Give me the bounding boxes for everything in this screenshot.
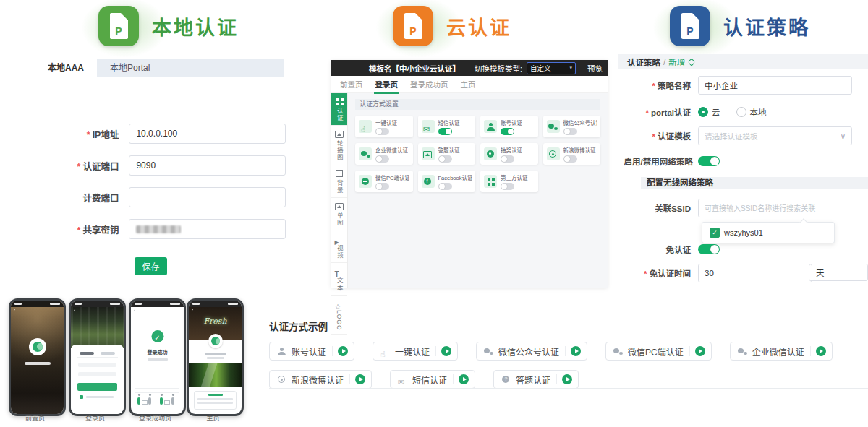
template-type-select[interactable]: 自定义 ▾ [527,62,576,74]
auth-method-icon-tile [359,175,372,188]
editor-tab[interactable]: 主页 [461,79,476,90]
illustration-line [135,388,179,389]
cloud-auth-title: 云认证 [446,12,511,40]
cloud-auth-header: P 云认证 [393,6,511,46]
editor-sidebar-item[interactable]: 视频 [331,230,347,263]
breadcrumb-separator: / [663,58,665,66]
auth-method-card: 微信公众号认证 [543,116,601,137]
auth-method-icon-tile [422,147,435,160]
auth-method-toggle[interactable] [438,183,452,190]
policy-name-input[interactable] [698,76,852,95]
editor-sidebar-item[interactable]: 背景 [331,165,347,198]
editor-main: 认证方式设置 一键认证 短信认证 账号认证 微信公众号认证 企业微信认证 [348,93,608,288]
person-illustration [171,397,174,405]
auth-method-toggle[interactable] [375,183,389,190]
free-time-input[interactable] [698,264,812,282]
auth-method-card: 微信PC端认证 [355,171,413,192]
auth-method-icon-tile [422,175,435,188]
local-tab[interactable]: 本地Portal [97,59,163,77]
text-input[interactable] [129,219,286,239]
masked-value [136,225,181,233]
sidebar-item-label: 视频 [336,245,343,259]
back-arrow-icon: ‹ [14,308,15,313]
auth-example-icon [613,347,623,356]
success-check-icon [151,330,163,342]
radio-icon[interactable] [698,107,708,117]
notice-line-placeholder [197,398,232,400]
free-auth-toggle[interactable] [698,244,720,254]
preview-button[interactable]: 预览 [587,63,603,74]
play-icon[interactable] [355,374,365,384]
auth-example-icon [277,375,286,384]
ssid-checkbox[interactable] [710,228,720,238]
play-icon[interactable] [562,374,572,384]
auth-example-button[interactable]: 微信公众号认证 [476,342,587,361]
policy-name-label: 策略名称 [658,82,691,90]
auth-example-label: 答题认证 [516,374,550,386]
play-icon[interactable] [816,346,826,356]
play-icon[interactable] [459,374,469,384]
auth-example-button[interactable]: 一键认证 [373,342,458,361]
auth-method-toggle[interactable] [501,128,514,135]
play-icon[interactable] [338,346,348,356]
play-icon[interactable] [571,346,581,356]
editor-sidebar-item[interactable]: 单图 [331,198,347,230]
editor-tab[interactable]: 登录成功页 [410,79,448,90]
auth-method-icon [486,122,495,131]
auth-method-toggle[interactable] [438,128,452,135]
cart-illustration [164,400,170,405]
breadcrumb-root[interactable]: 认证策略 [627,56,660,68]
auth-method-icon-tile [484,175,497,188]
document-icon: P [681,13,699,39]
auth-method-icon [423,150,433,159]
auth-example-label: 一键认证 [395,345,430,358]
auth-example-button[interactable]: 账号认证 [269,342,354,361]
auth-method-toggle[interactable] [375,128,389,135]
auth-method-icon [548,150,558,159]
text-input[interactable]: 9090 [129,155,286,176]
ssid-search-input[interactable] [698,199,868,217]
editor-tab[interactable]: 登录页 [375,79,399,90]
auth-method-toggle[interactable] [563,128,577,135]
login-input-placeholder [78,363,116,367]
auth-template-select[interactable]: 请选择认证模板 ∨ [698,126,852,145]
local-auth-title: 本地认证 [152,12,239,40]
auth-example-button[interactable]: 新浪微博认证 [269,370,372,389]
person-illustration [137,397,140,405]
text-input[interactable]: 10.0.0.100 [129,124,286,144]
ssid-option[interactable]: wszyhys01 [724,228,763,237]
login-button [77,383,117,391]
auth-example-button[interactable]: 微信PC端认证 [605,342,712,361]
radio-option[interactable]: 本地 [736,106,767,118]
editor-tab[interactable]: 前置页 [340,79,363,90]
editor-sidebar-item[interactable]: 文本 [331,263,347,296]
examples-list: 账号认证 一键认证 微信公众号认证 微信PC端认证 企业微信认证 新浪微博认证 … [269,342,868,389]
save-button[interactable]: 保存 [135,257,167,275]
play-icon[interactable] [441,346,451,356]
text-input[interactable] [129,187,286,207]
editor-sidebar-item[interactable]: 认证 [331,93,347,126]
auth-method-toggle[interactable] [501,155,514,163]
auth-method-toggle[interactable] [438,155,452,163]
auth-method-icon-tile [359,120,372,133]
radio-icon[interactable] [736,107,746,117]
enable-policy-toggle[interactable] [698,156,720,166]
radio-option[interactable]: 云 [698,106,720,118]
policy-panel: 认证策略 / 新增 *策略名称 *portal认证 云 本地 *认证模板 请选择… [618,54,868,285]
editor-sidebar-item[interactable]: 轮播图 [331,126,347,165]
cart-illustration [142,400,148,405]
auth-example-button[interactable]: 答题认证 [493,370,579,389]
auth-method-icon [548,122,558,131]
auth-example-button[interactable]: 短信认证 [390,370,475,389]
auth-examples-section: 认证方式示例 账号认证 一键认证 微信公众号认证 微信PC端认证 企业微信认证 … [269,319,868,389]
auth-example-button[interactable]: 企业微信认证 [730,342,833,361]
auth-method-card: 账号认证 [480,116,538,137]
auth-method-toggle[interactable] [375,155,389,163]
examples-title: 认证方式示例 [269,319,868,333]
auth-method-toggle[interactable] [501,183,514,190]
field-label: 认证端口 [82,162,119,172]
auth-method-label: 短信认证 [438,118,460,126]
auth-method-toggle[interactable] [563,155,577,163]
play-icon[interactable] [695,346,705,356]
local-tab[interactable]: 本地AAA [35,59,97,77]
